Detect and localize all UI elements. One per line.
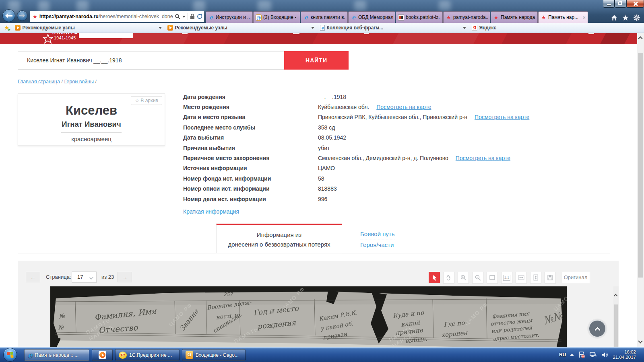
tab-memory-book[interactable]: eкнига памяти в... [301, 11, 348, 23]
window-minimize-button[interactable] [603, 0, 615, 8]
scroll-up-icon[interactable] [614, 294, 618, 298]
suggested-sites-icon [15, 25, 21, 31]
select-region-button[interactable] [487, 272, 498, 283]
combat-path-link-line2[interactable]: Героя/части [360, 240, 394, 250]
short-info-link[interactable]: Краткая информация [183, 208, 239, 215]
field-row: Номер дела ист. информации996 [183, 194, 586, 204]
taskbar-1c-button[interactable]: 1С 1С:Предприятие ... [115, 349, 180, 361]
tab-loss-report-active[interactable]: Информация из донесения о безвозвратных … [216, 224, 342, 253]
tab-books-patriot[interactable]: books.patriot-iz... [396, 11, 443, 23]
favorites-bar: ★ Рекомендуемые узлы Рекомендуемые узлы … [0, 23, 644, 33]
field-label: Номер фонда ист. информации [183, 175, 318, 182]
zoom-in-button[interactable] [458, 272, 469, 283]
favorites-star-icon[interactable] [622, 14, 629, 21]
map-link[interactable]: Посмотреть на карте [376, 104, 431, 110]
action-center-flag-icon[interactable] [578, 351, 585, 358]
field-row: Место рожденияКуйбышевская обл.Посмотрет… [183, 102, 586, 112]
field-row: Последнее место службы358 сд [183, 122, 586, 132]
header-search-box-clipped[interactable] [79, 33, 133, 38]
taskbar-ie-button[interactable]: e Память народа :: ... [24, 349, 89, 361]
hero-search-input[interactable] [18, 51, 284, 70]
tab-inbox[interactable]: @(3) Входящие - ... [253, 11, 300, 23]
tab-pamyat-naroda-active[interactable]: ★Память нар...× [538, 11, 588, 23]
next-page-button[interactable]: → [118, 272, 132, 282]
language-indicator[interactable]: RU [559, 352, 566, 358]
taskbar-media-button[interactable] [92, 349, 113, 361]
tab-instructions[interactable]: eИнструкции и ... [206, 11, 253, 23]
favorite-suggested-sites-2[interactable]: Рекомендуемые узлы [167, 25, 314, 31]
volume-icon[interactable] [601, 351, 609, 358]
breadcrumb-heroes-link[interactable]: Герои войны [64, 79, 94, 84]
window-restore-button[interactable] [615, 0, 626, 8]
forward-button[interactable] [17, 10, 27, 21]
combat-path-link-line1[interactable]: Боевой путь [360, 229, 395, 239]
minimize-icon [607, 4, 611, 5]
chevron-down-icon[interactable] [311, 27, 314, 29]
save-button[interactable] [545, 272, 556, 283]
breadcrumb: Главная страница / Герои войны / [18, 79, 97, 84]
window-close-button[interactable] [626, 0, 644, 8]
address-bar[interactable]: ★ https://pamyat-naroda.ru /heroes/memor… [30, 11, 204, 22]
fit-width-button[interactable] [516, 272, 527, 283]
page-scrollbar[interactable] [637, 33, 644, 347]
scroll-up-icon[interactable] [638, 36, 642, 41]
page-number-select[interactable]: 17 [72, 272, 97, 283]
map-link[interactable]: Посмотреть на карте [456, 155, 510, 161]
search-submit-button[interactable]: НАЙТИ [284, 51, 349, 70]
close-icon [633, 2, 638, 6]
favorite-suggested-sites-1[interactable]: Рекомендуемые узлы [15, 25, 162, 31]
viewer-scrollbar-thumb[interactable] [614, 304, 618, 347]
scroll-down-icon[interactable] [638, 339, 642, 343]
favorite-web-slices[interactable]: eКоллекция веб-фрагм... [320, 25, 466, 31]
original-document-button[interactable]: Оригинал [561, 272, 590, 283]
field-label: Номер описи ист. информации [183, 185, 318, 192]
gear-icon[interactable] [633, 14, 640, 21]
favorite-yandex[interactable]: ЯЯндекс [472, 25, 615, 31]
tab-close-icon[interactable]: × [582, 14, 586, 21]
page-scrollbar-thumb[interactable] [638, 53, 643, 278]
breadcrumb-home-link[interactable]: Главная страница [18, 79, 60, 84]
hidden-icons-chevron[interactable] [570, 354, 574, 356]
tab-label: Память народа... [501, 14, 535, 20]
tab-obd-memorial[interactable]: eОБД Мемориал [348, 11, 395, 23]
url-host: https://pamyat-naroda.ru [39, 14, 99, 19]
home-icon[interactable] [611, 14, 618, 21]
site-logo-star-icon[interactable] [43, 34, 53, 44]
network-icon[interactable] [589, 351, 597, 358]
prev-page-button[interactable]: ← [26, 272, 40, 282]
start-button[interactable] [3, 348, 17, 362]
chevron-down-icon[interactable] [463, 27, 466, 29]
search-icon[interactable] [175, 14, 180, 19]
fit-height-button[interactable] [530, 272, 541, 283]
field-label: Причина выбытия [183, 145, 318, 151]
scroll-to-top-button[interactable] [588, 319, 607, 338]
taskbar-button-label: Входящие - Gago... [196, 352, 239, 358]
clock[interactable]: 16:02 21.04.2017 [613, 350, 636, 360]
fit-height-icon [533, 274, 538, 281]
pan-tool-button[interactable] [443, 272, 454, 283]
actual-size-button[interactable]: 1:1 [501, 272, 512, 283]
search-dropdown-caret-icon[interactable] [182, 16, 186, 18]
forward-arrow-icon [19, 14, 25, 18]
refresh-icon[interactable] [197, 14, 202, 19]
zoom-out-button[interactable] [472, 272, 483, 283]
tab-pamyat-naroda[interactable]: ★pamyat-naroda.... [443, 11, 490, 23]
field-value: Приволжский РВК, Куйбышевская обл., Прив… [318, 114, 467, 120]
divider [188, 13, 188, 20]
field-row: Дата выбытия08.05.1942 [183, 133, 586, 143]
cursor-tool-button-active[interactable] [429, 272, 440, 283]
favorite-label: Яндекс [479, 25, 614, 31]
person-surname: Киселев [18, 104, 165, 117]
field-label: Дата рождения [183, 94, 318, 100]
add-favorite-button[interactable]: ★ [4, 24, 9, 31]
taskbar-outlook-button[interactable]: O Входящие - Gago... [182, 349, 246, 361]
tab-pamyat-naroda-2[interactable]: ★Память народа... [491, 11, 538, 23]
add-to-archive-button[interactable]: ☆ В архив [131, 96, 162, 105]
scanned-document[interactable]: ЦАМО РФ ЦАМО РФ ЦАМО РФ ЦАМО РФ ПАМЯТЬ Н… [50, 286, 567, 347]
system-tray: RU 16:02 21.04.2017 [559, 347, 636, 362]
chevron-down-icon[interactable] [159, 27, 162, 29]
back-button[interactable] [2, 9, 15, 22]
map-link[interactable]: Посмотреть на карте [475, 114, 529, 120]
viewer-scrollbar[interactable] [613, 286, 619, 347]
clock-date: 21.04.2017 [613, 355, 636, 360]
